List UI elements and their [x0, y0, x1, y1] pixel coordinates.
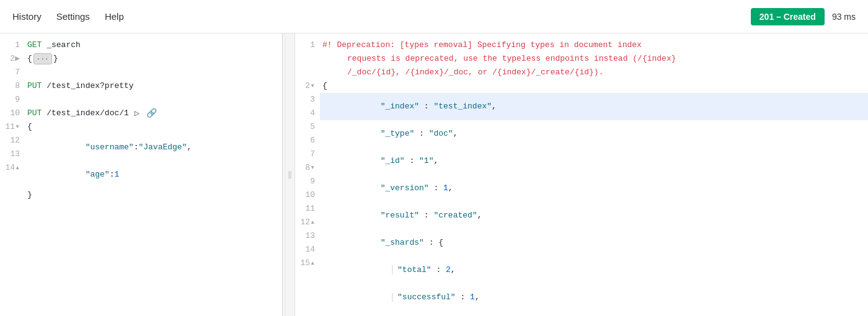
right-line-6: "_version" : 1,	[320, 175, 868, 202]
rln-3: 3	[295, 93, 320, 107]
rln-2: 2▾	[295, 79, 320, 93]
age-key: "age"	[86, 168, 110, 182]
ln-1: 1	[0, 38, 25, 52]
version-key: "_version"	[381, 182, 429, 195]
rln-13: 13	[295, 229, 320, 243]
rln-8: 8▾	[295, 161, 320, 175]
rln-14: 14	[295, 243, 320, 257]
rln-15: 15▴	[295, 257, 320, 270]
resize-handle[interactable]: ‖	[285, 33, 295, 316]
rln-9: 9	[295, 175, 320, 188]
right-line-8: "_shards" : {	[320, 229, 868, 257]
top-bar: History Settings Help 201 – Created 93 m…	[0, 0, 868, 33]
search-path: _search	[46, 38, 81, 52]
deprecation-comment-2: requests is deprecated, use the typeless…	[347, 52, 676, 66]
status-area: 201 – Created 93 ms	[751, 8, 856, 25]
pipe-9: │	[390, 263, 395, 277]
index-key: "_index"	[381, 100, 419, 113]
put-keyword-1: PUT	[27, 79, 42, 93]
username-key: "username"	[86, 141, 134, 154]
successful-key: "successful"	[397, 291, 456, 304]
rln-12: 12▴	[295, 216, 320, 229]
help-menu[interactable]: Help	[105, 11, 124, 22]
link-icon[interactable]: 🔗	[145, 107, 159, 120]
pipe-10: │	[390, 291, 395, 304]
left-line-numbers: 1 2▶ 7 8 9 10 11▾ 12 13 14▴	[0, 33, 25, 316]
deprecation-comment-1: #! Deprecation: [types removal] Specifyi…	[322, 38, 642, 52]
code-line-9	[25, 93, 285, 107]
response-time: 93 ms	[832, 12, 856, 22]
left-brace-open: {	[27, 120, 32, 134]
id-key: "_id"	[381, 154, 405, 168]
left-code-content[interactable]: GET _search {···} PUT /test_index?pretty…	[25, 33, 285, 316]
right-line-1b: requests is deprecated, use the typeless…	[320, 52, 868, 66]
right-line-numbers: 1 2▾ 3 4 5 6 7 8▾ 9 10 11 12▴ 13 14 15▴	[295, 33, 320, 316]
total-val: 2	[446, 263, 451, 277]
ln-13: 13	[0, 147, 25, 161]
result-val: "created"	[433, 209, 477, 222]
right-line-7: "result" : "created",	[320, 202, 868, 229]
code-line-10: PUT /test_index/doc/1 ▷ 🔗	[25, 107, 285, 120]
brace-close: }	[53, 52, 58, 66]
right-line-5: "_id" : "1",	[320, 147, 868, 175]
code-line-1: GET _search	[25, 38, 285, 52]
code-line-2: {···}	[25, 52, 285, 66]
right-panel: 1 2▾ 3 4 5 6 7 8▾ 9 10 11 12▴ 13 14 15▴	[295, 33, 868, 316]
nav-menu: History Settings Help	[12, 11, 124, 22]
rln-6: 6	[295, 134, 320, 147]
rln-4: 4	[295, 107, 320, 120]
main-content: 1 2▶ 7 8 9 10 11▾ 12 13 14▴ GET _search …	[0, 33, 868, 316]
right-code-area[interactable]: 1 2▾ 3 4 5 6 7 8▾ 9 10 11 12▴ 13 14 15▴	[295, 33, 868, 316]
rln-11: 11	[295, 202, 320, 216]
username-val: "JavaEdge"	[138, 141, 187, 154]
right-line-2: {	[320, 79, 868, 93]
history-menu[interactable]: History	[12, 11, 42, 22]
ln-9: 9	[0, 93, 25, 107]
ln-14: 14▴	[0, 161, 25, 175]
deprecation-comment-3: /_doc/{id}, /{index}/_doc, or /{index}/_…	[347, 66, 603, 79]
type-key: "_type"	[381, 127, 415, 141]
result-key: "result"	[381, 209, 419, 222]
rln-1: 1	[295, 38, 320, 52]
play-icon[interactable]: ▷	[130, 107, 144, 120]
get-keyword: GET	[27, 38, 42, 52]
status-badge: 201 – Created	[751, 8, 825, 25]
right-line-10: │"successful" : 1,	[320, 284, 868, 311]
total-key: "total"	[397, 263, 432, 277]
test-index-path: /test_index?pretty	[46, 79, 133, 93]
rln-5: 5	[295, 120, 320, 134]
type-val: "doc"	[429, 127, 453, 141]
ln-8: 8	[0, 79, 25, 93]
collapsed-block[interactable]: ···	[33, 53, 52, 64]
code-line-7	[25, 66, 285, 79]
left-code-area[interactable]: 1 2▶ 7 8 9 10 11▾ 12 13 14▴ GET _search …	[0, 33, 285, 316]
right-line-1: #! Deprecation: [types removal] Specifyi…	[320, 38, 868, 52]
right-line-4: "_type" : "doc",	[320, 120, 868, 147]
code-line-14: }	[25, 188, 285, 202]
right-code-content: #! Deprecation: [types removal] Specifyi…	[320, 33, 868, 316]
id-val: "1"	[419, 154, 433, 168]
right-line-11: │"failed" : 0	[320, 311, 868, 316]
panel-divider[interactable]	[281, 33, 285, 316]
r-brace-open: {	[322, 79, 327, 93]
left-brace-close: }	[27, 188, 32, 202]
shards-key: "_shards"	[381, 236, 424, 250]
right-line-9: │"total" : 2,	[320, 257, 868, 284]
code-line-8: PUT /test_index?pretty	[25, 79, 285, 93]
rln-7: 7	[295, 147, 320, 161]
age-val: 1	[114, 168, 119, 182]
divider-line	[282, 33, 283, 316]
ln-12: 12	[0, 134, 25, 147]
code-line-11: {	[25, 120, 285, 134]
code-line-13: "age":1	[25, 161, 285, 188]
ln-10: 10	[0, 107, 25, 120]
ln-2: 2▶	[0, 52, 25, 66]
settings-menu[interactable]: Settings	[56, 11, 90, 22]
doc-path: /test_index/doc/1	[46, 107, 129, 120]
right-line-1c: /_doc/{id}, /{index}/_doc, or /{index}/_…	[320, 66, 868, 79]
brace-open: {	[27, 52, 32, 66]
successful-val: 1	[470, 291, 475, 304]
left-panel: 1 2▶ 7 8 9 10 11▾ 12 13 14▴ GET _search …	[0, 33, 285, 316]
rln-10: 10	[295, 188, 320, 202]
index-val: "test_index"	[433, 100, 492, 113]
